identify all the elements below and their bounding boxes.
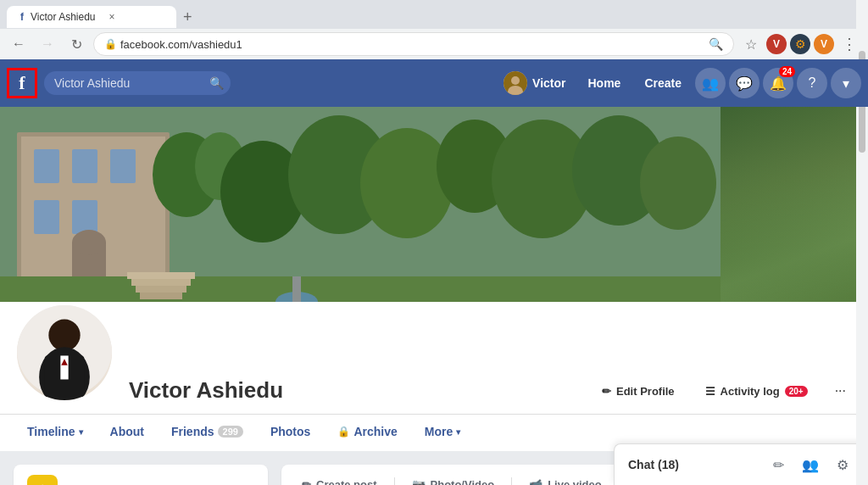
- profile-picture[interactable]: [14, 302, 115, 404]
- home-nav-link[interactable]: Home: [578, 71, 632, 95]
- photos-tab[interactable]: Photos: [257, 415, 324, 451]
- messenger-icon: 💬: [736, 75, 753, 92]
- account-menu-btn[interactable]: ▾: [831, 68, 861, 98]
- facebook-logo[interactable]: f: [7, 68, 37, 98]
- profile-pic-inner: [17, 305, 112, 400]
- left-column: ★ 35 items for you to review × ○ Intro 💬…: [14, 465, 268, 485]
- chat-edit-button[interactable]: ✏: [766, 453, 790, 477]
- profile-person-svg: [17, 305, 112, 400]
- pencil-icon: ✏: [602, 385, 611, 398]
- question-mark-icon: ?: [809, 75, 816, 91]
- about-tab-label: About: [110, 425, 144, 438]
- chat-people-icon: 👥: [802, 457, 819, 473]
- help-icon-btn[interactable]: ?: [797, 68, 827, 98]
- tab-bar: f Victor Ashiedu × +: [0, 0, 868, 29]
- security-lock-icon: 🔒: [104, 38, 117, 50]
- timeline-chevron-icon: ▾: [79, 427, 83, 437]
- friends-tab[interactable]: Friends 299: [158, 415, 257, 451]
- profile-container: Victor Ashiedu ✏ Edit Profile ☰ Activity…: [0, 107, 868, 485]
- more-tab-label: More: [425, 425, 453, 438]
- timeline-tab[interactable]: Timeline ▾: [14, 415, 97, 451]
- svg-rect-9: [34, 200, 59, 234]
- url-text: facebook.com/vashiedu1: [120, 38, 709, 51]
- activity-log-button[interactable]: ☰ Activity log 20+: [693, 380, 820, 403]
- edit-profile-button[interactable]: ✏ Edit Profile: [590, 380, 687, 403]
- more-actions-button[interactable]: ···: [826, 378, 854, 404]
- about-tab[interactable]: About: [97, 415, 158, 451]
- profile-icon-2[interactable]: ⚙: [790, 34, 810, 54]
- more-chevron-icon: ▾: [456, 427, 460, 437]
- svg-rect-24: [131, 279, 191, 286]
- chat-people-button[interactable]: 👥: [798, 453, 822, 477]
- tab-favicon: f: [20, 11, 24, 23]
- timeline-tab-label: Timeline: [27, 425, 75, 438]
- friends-icon: 👥: [702, 75, 719, 92]
- facebook-f-logo: f: [19, 72, 25, 94]
- create-nav-link[interactable]: Create: [634, 71, 692, 95]
- divider-2: [511, 477, 512, 486]
- lock-icon: 🔒: [337, 426, 350, 438]
- archive-tab[interactable]: 🔒 Archive: [324, 415, 410, 451]
- svg-point-36: [48, 320, 80, 351]
- divider-1: [394, 477, 395, 486]
- svg-rect-10: [72, 200, 97, 234]
- review-close-button[interactable]: ×: [245, 482, 254, 486]
- chat-bar: Chat (18) ✏ 👥 ⚙: [614, 443, 868, 485]
- svg-rect-25: [136, 286, 186, 293]
- user-profile-link[interactable]: Victor: [495, 66, 574, 100]
- back-button[interactable]: ←: [7, 32, 31, 56]
- header-nav: Victor Home Create 👥 💬 🔔 24 ? ▾: [231, 66, 861, 100]
- chat-settings-icon: ⚙: [837, 457, 849, 473]
- svg-point-21: [640, 137, 716, 230]
- camera-icon: 📷: [412, 478, 426, 485]
- review-star-icon: ★: [27, 475, 58, 485]
- browser-nav-icons: ☆ V ⚙ V ⋮: [739, 32, 861, 56]
- chat-title: Chat (18): [628, 458, 758, 471]
- bookmark-button[interactable]: ☆: [739, 32, 763, 56]
- refresh-button[interactable]: ↻: [64, 32, 88, 56]
- profile-action-buttons: ✏ Edit Profile ☰ Activity log 20+ ···: [590, 378, 854, 404]
- svg-rect-8: [110, 149, 136, 183]
- svg-point-12: [72, 230, 106, 255]
- activity-log-badge: 20+: [785, 386, 808, 397]
- chat-edit-icon: ✏: [773, 457, 784, 473]
- search-bar[interactable]: 🔍: [44, 71, 231, 95]
- profile-icon-1[interactable]: V: [766, 34, 787, 54]
- svg-rect-6: [34, 149, 59, 183]
- svg-rect-28: [292, 276, 301, 302]
- messenger-icon-btn[interactable]: 💬: [729, 68, 760, 98]
- live-video-tab[interactable]: 📹 Live video: [522, 475, 609, 485]
- notifications-icon-btn[interactable]: 🔔 24: [763, 68, 793, 98]
- nav-bar: ← → ↻ 🔒 facebook.com/vashiedu1 🔍 ☆ V ⚙ V…: [0, 29, 868, 59]
- review-card: ★ 35 items for you to review ×: [14, 465, 268, 485]
- active-tab[interactable]: f Victor Ashiedu ×: [7, 6, 176, 28]
- friends-tab-label: Friends: [171, 425, 214, 438]
- chat-settings-button[interactable]: ⚙: [831, 453, 854, 477]
- notification-badge: 24: [779, 66, 795, 77]
- address-bar[interactable]: 🔒 facebook.com/vashiedu1 🔍: [93, 32, 734, 56]
- tab-close[interactable]: ×: [109, 11, 115, 23]
- search-input[interactable]: [54, 76, 203, 90]
- profile-info-bar: Victor Ashiedu ✏ Edit Profile ☰ Activity…: [0, 302, 868, 414]
- bell-icon: 🔔: [770, 75, 787, 92]
- more-tab[interactable]: More ▾: [411, 415, 474, 451]
- profile-info-section: Victor Ashiedu ✏ Edit Profile ☰ Activity…: [0, 302, 868, 451]
- avatar-image: [504, 71, 527, 95]
- tab-title: Victor Ashiedu: [31, 11, 96, 23]
- new-tab-btn[interactable]: +: [176, 5, 199, 30]
- chevron-down-icon: ▾: [843, 75, 849, 92]
- svg-rect-23: [127, 272, 195, 279]
- list-icon: ☰: [705, 385, 715, 398]
- forward-button[interactable]: →: [36, 32, 59, 56]
- create-post-tab[interactable]: ✏ Create post: [295, 475, 384, 485]
- user-avatar-browser[interactable]: V: [814, 34, 834, 54]
- live-icon: 📹: [529, 478, 542, 485]
- photo-video-tab[interactable]: 📷 Photo/Video: [405, 475, 502, 485]
- photos-tab-label: Photos: [270, 425, 310, 438]
- search-magnifier-icon: 🔍: [209, 76, 224, 90]
- profile-display-name: Victor Ashiedu: [129, 377, 590, 404]
- archive-tab-label: Archive: [353, 425, 397, 438]
- user-name: Victor: [532, 76, 565, 90]
- friends-icon-btn[interactable]: 👥: [695, 68, 726, 98]
- friends-count-badge: 299: [218, 426, 243, 438]
